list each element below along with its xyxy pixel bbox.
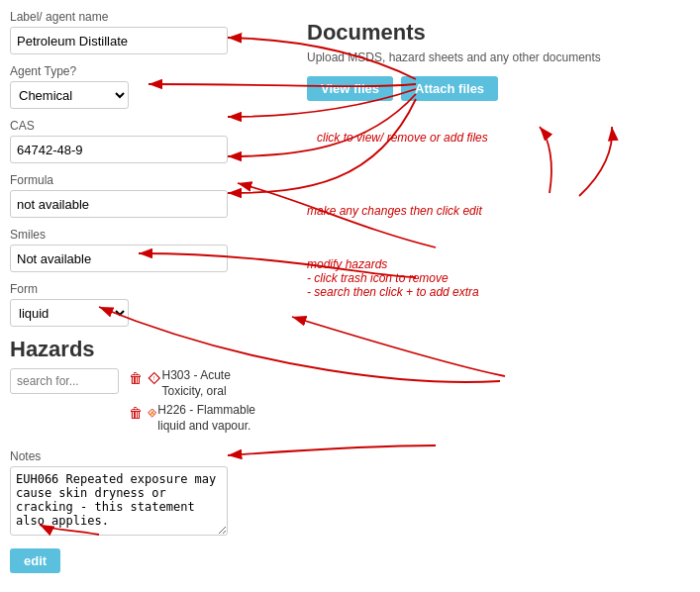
- label-name-label: Label/ agent name: [10, 10, 267, 24]
- hazard-search-input[interactable]: [10, 368, 119, 394]
- smiles-label: Smiles: [10, 228, 267, 242]
- hazards-layout: 🗑 ! H303 - Acute Toxicity, oral 🗑 🔥: [10, 368, 267, 438]
- documents-description: Upload MSDS, hazard sheets and any other…: [307, 49, 690, 66]
- formula-label: Formula: [10, 173, 267, 187]
- hazard-text-h303: H303 - Acute Toxicity, oral: [161, 368, 267, 399]
- agent-type-group: Agent Type? Chemical Biological Physical…: [10, 64, 267, 109]
- hazard-text-h226: H226 - Flammable liquid and vapour.: [157, 403, 267, 434]
- form-select[interactable]: liquid solid gas powder: [10, 299, 129, 327]
- label-name-input[interactable]: [10, 27, 228, 54]
- smiles-group: Smiles: [10, 228, 267, 272]
- form-group: Form liquid solid gas powder: [10, 282, 267, 327]
- agent-type-select[interactable]: Chemical Biological Physical Radiologica…: [10, 81, 129, 109]
- cas-input[interactable]: [10, 136, 228, 163]
- notes-label: Notes: [10, 449, 267, 463]
- cas-group: CAS: [10, 119, 267, 163]
- right-panel: Documents Upload MSDS, hazard sheets and…: [287, 10, 690, 573]
- trash-icon-h226[interactable]: 🗑: [129, 405, 143, 421]
- formula-group: Formula: [10, 173, 267, 218]
- annotation-hazards-text: modify hazards - click trash icon to rem…: [307, 257, 690, 299]
- form-label: Form: [10, 282, 267, 296]
- cas-label: CAS: [10, 119, 267, 133]
- annotation-edit-text: make any changes then click edit: [307, 204, 690, 218]
- hazard-diamond-h226: 🔥: [147, 403, 157, 423]
- documents-title: Documents: [307, 20, 690, 46]
- agent-type-label: Agent Type?: [10, 64, 267, 78]
- smiles-input[interactable]: [10, 245, 228, 272]
- attach-files-button[interactable]: Attach files: [401, 76, 498, 101]
- label-name-group: Label/ agent name: [10, 10, 267, 54]
- trash-icon-h303[interactable]: 🗑: [129, 370, 143, 386]
- edit-button[interactable]: edit: [10, 548, 60, 573]
- hazard-diamond-h303: !: [147, 368, 161, 388]
- notes-textarea[interactable]: EUH066 Repeated exposure may cause skin …: [10, 466, 228, 536]
- hazards-title: Hazards: [10, 337, 267, 362]
- hazard-list: 🗑 ! H303 - Acute Toxicity, oral 🗑 🔥: [129, 368, 267, 438]
- annotation-files-text: click to view/ remove or add files: [317, 131, 690, 145]
- svg-text:🔥: 🔥: [150, 410, 155, 417]
- doc-buttons: View files Attach files: [307, 76, 690, 101]
- hazard-item-h303: 🗑 ! H303 - Acute Toxicity, oral: [129, 368, 267, 399]
- formula-input[interactable]: [10, 190, 228, 218]
- documents-section: Documents Upload MSDS, hazard sheets and…: [307, 20, 690, 299]
- view-files-button[interactable]: View files: [307, 76, 393, 101]
- hazards-section: Hazards 🗑 ! H303 - Acute Toxicity, oral …: [10, 337, 267, 438]
- hazard-item-h226: 🗑 🔥 H226 - Flammable liquid and vapour.: [129, 403, 267, 434]
- left-panel: Label/ agent name Agent Type? Chemical B…: [10, 10, 287, 573]
- notes-section: Notes EUH066 Repeated exposure may cause…: [10, 449, 267, 539]
